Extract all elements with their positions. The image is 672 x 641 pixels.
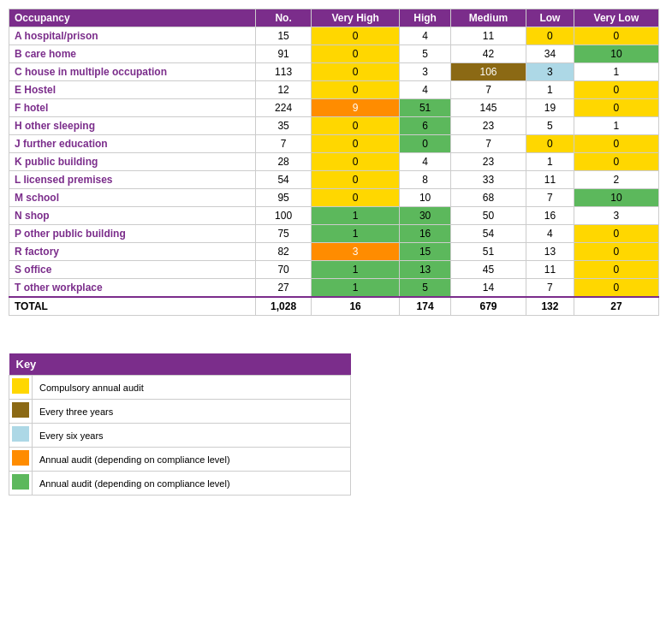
table-row: S office7011345110 [9,261,659,279]
table-row: F hotel224951145190 [9,99,659,117]
key-swatch [12,378,29,394]
table-cell: 5 [526,117,574,135]
table-cell: 30 [400,207,451,225]
key-row: Every six years [9,424,351,448]
table-cell: 35 [256,117,312,135]
table-row: T other workplace27151470 [9,279,659,298]
key-swatch [12,474,29,490]
header-occupancy: Occupancy [9,9,256,27]
table-cell: 9 [312,99,400,117]
table-cell: 11 [526,261,574,279]
table-cell: 10 [574,189,658,207]
table-cell: 51 [451,243,526,261]
table-cell: 0 [400,135,451,153]
table-cell: 0 [312,45,400,63]
occupancy-table: Occupancy No. Very High High Medium Low … [9,9,659,316]
table-cell: 0 [574,153,658,171]
table-cell: 13 [400,261,451,279]
table-cell: 10 [574,45,658,63]
table-cell: 95 [256,189,312,207]
table-cell: 0 [312,27,400,45]
table-cell: 0 [312,63,400,81]
table-cell: J further education [9,135,256,153]
table-cell: K public building [9,153,256,171]
key-swatch [12,402,29,418]
table-row: J further education700700 [9,135,659,153]
table-cell: N shop [9,207,256,225]
table-cell: 1 [312,261,400,279]
header-very-high: Very High [312,9,400,27]
table-cell: 0 [526,135,574,153]
table-row: E Hostel1204710 [9,81,659,99]
table-cell: H other sleeping [9,117,256,135]
total-cell: 679 [451,297,526,316]
table-cell: 70 [256,261,312,279]
table-cell: 145 [451,99,526,117]
table-cell: M school [9,189,256,207]
table-cell: 51 [400,99,451,117]
key-label: Every three years [33,400,351,424]
table-cell: 16 [400,225,451,243]
table-cell: 7 [526,189,574,207]
table-cell: 0 [574,261,658,279]
table-cell: A hospital/prison [9,27,256,45]
table-cell: 82 [256,243,312,261]
table-cell: 100 [256,207,312,225]
table-row: R factory8231551130 [9,243,659,261]
table-cell: 5 [400,279,451,298]
table-cell: 0 [312,81,400,99]
table-cell: 0 [312,153,400,171]
table-cell: 0 [574,99,658,117]
table-cell: 7 [451,135,526,153]
total-cell: 174 [400,297,451,316]
table-cell: 7 [451,81,526,99]
table-row: B care home9105423410 [9,45,659,63]
table-cell: 0 [574,279,658,298]
table-cell: 27 [256,279,312,298]
table-cell: 0 [312,135,400,153]
key-swatch [12,426,29,442]
table-cell: 13 [526,243,574,261]
table-row: L licensed premises540833112 [9,171,659,189]
table-cell: 19 [526,99,574,117]
table-cell: 0 [526,27,574,45]
table-cell: 5 [400,45,451,63]
key-swatch-cell [9,472,33,496]
table-cell: 15 [256,27,312,45]
table-cell: 3 [526,63,574,81]
table-row: A hospital/prison15041100 [9,27,659,45]
table-cell: 16 [526,207,574,225]
key-swatch-cell [9,400,33,424]
table-cell: 0 [574,243,658,261]
table-row: K public building28042310 [9,153,659,171]
table-cell: 28 [256,153,312,171]
key-row: Annual audit (depending on compliance le… [9,448,351,472]
table-cell: 0 [574,225,658,243]
table-row: M school9501068710 [9,189,659,207]
key-swatch [12,450,29,466]
table-cell: 6 [400,117,451,135]
key-label: Annual audit (depending on compliance le… [33,472,351,496]
key-label: Annual audit (depending on compliance le… [33,448,351,472]
header-medium: Medium [451,9,526,27]
table-cell: R factory [9,243,256,261]
total-cell: 1,028 [256,297,312,316]
table-cell: 14 [451,279,526,298]
table-cell: 106 [451,63,526,81]
table-cell: S office [9,261,256,279]
table-cell: 4 [526,225,574,243]
table-cell: 34 [526,45,574,63]
table-cell: 0 [312,171,400,189]
table-cell: P other public building [9,225,256,243]
table-cell: 1 [312,225,400,243]
table-cell: 1 [574,117,658,135]
key-title: Key [9,353,351,376]
table-cell: 3 [312,243,400,261]
table-cell: 0 [574,135,658,153]
table-cell: 0 [574,81,658,99]
header-very-low: Very Low [574,9,658,27]
table-cell: B care home [9,45,256,63]
key-label: Every six years [33,424,351,448]
table-cell: 1 [574,63,658,81]
table-cell: 50 [451,207,526,225]
